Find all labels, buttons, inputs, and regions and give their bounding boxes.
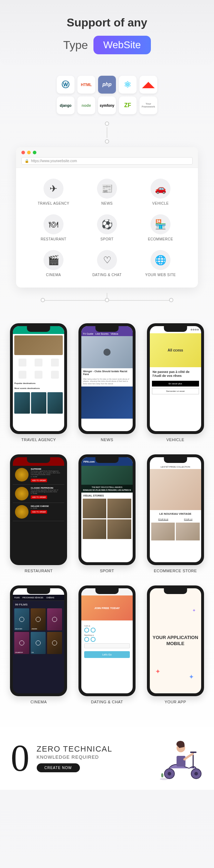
request-button[interactable]: Demander un essai xyxy=(152,388,199,394)
type-label: Type xyxy=(63,39,88,52)
play-icon[interactable] xyxy=(19,640,24,645)
star-icon: ✦ xyxy=(189,673,194,681)
branch-connector xyxy=(43,293,171,311)
create-now-button[interactable]: CREATE NOW xyxy=(37,763,80,772)
ecommerce-icon: 🏪 xyxy=(151,214,170,234)
wordpress-icon: ⓦ xyxy=(57,76,75,94)
category-cinema[interactable]: 🎬CINEMA xyxy=(29,250,78,277)
your-web-site-icon: 🌐 xyxy=(151,250,170,270)
header-title: Support of any xyxy=(11,16,203,29)
maximize-icon[interactable] xyxy=(33,151,36,154)
menu-item: SUPREME Our famous original blend of bee… xyxy=(13,466,64,485)
mockup-dating: JOIN FREE TODAY I am a Seeking a Let's G… xyxy=(77,585,137,704)
mockup-cinema: FILMS PROCHAINES SÉANCES CINÉMAS 99 FILM… xyxy=(9,585,68,704)
category-label: TRAVEL AGENCY xyxy=(38,201,70,205)
category-label: YOUR WEB SITE xyxy=(145,273,176,277)
add-to-order-button[interactable]: ADD TO ORDER xyxy=(31,479,47,482)
mockup-label: NEWS xyxy=(101,438,113,442)
html5-icon: HTML xyxy=(77,76,95,94)
close-icon[interactable] xyxy=(21,151,25,154)
category-ecommerce[interactable]: 🏪ECOMMERCE xyxy=(136,214,185,241)
add-to-order-button[interactable]: ADD TO ORDER xyxy=(31,495,47,499)
item-desc: One of all-time specialties. A meaty lay… xyxy=(31,489,62,493)
vehicle-headline: Ne passez pas à côté de l'Audi de vos rê… xyxy=(150,367,201,379)
url-bar[interactable]: 🔒 https://www.yourwebsite.com xyxy=(21,157,193,165)
poster[interactable] xyxy=(47,632,62,654)
category-label: NEWS xyxy=(101,201,113,205)
poster[interactable]: JEANNE xyxy=(31,608,46,630)
mockup-label: VEHICLE xyxy=(166,438,184,442)
add-to-order-button[interactable]: ADD TO ORDER xyxy=(31,510,47,514)
mockup-restaurant: SUPREME Our famous original blend of bee… xyxy=(9,454,68,573)
svg-point-8 xyxy=(160,778,168,780)
your-framework-icon: Your Framework xyxy=(139,96,157,114)
dating-chat-icon: ♡ xyxy=(97,250,117,270)
poster[interactable]: UN AMOUR xyxy=(14,632,29,654)
cinema-icon: 🎬 xyxy=(44,250,63,270)
category-your-web-site[interactable]: 🌐YOUR WEB SITE xyxy=(136,250,185,277)
news-image[interactable] xyxy=(81,386,133,419)
yourapp-text: YOUR APPLICATION MOBILE xyxy=(150,635,201,647)
symfony-icon: symfony xyxy=(98,96,116,114)
category-news[interactable]: 📰NEWS xyxy=(82,179,132,205)
play-icon[interactable] xyxy=(36,640,41,645)
news-video[interactable] xyxy=(81,336,133,368)
item-price: LL 25,000 xyxy=(31,476,62,478)
play-icon[interactable] xyxy=(52,640,57,645)
travel-hero[interactable] xyxy=(14,335,63,355)
mockups-section: Popular destinations Most scenic destina… xyxy=(0,320,214,727)
sport-hero[interactable]: THE BEST FIFA FOOTBALL AWARDSRONALDO N'A… xyxy=(81,466,133,493)
header-subtitle-row: Type WebSite xyxy=(11,36,203,54)
travel-section-title: Popular destinations xyxy=(13,381,64,386)
category-label: RESTAURANT xyxy=(41,237,66,241)
travel-section-title2: Most scenic destinations xyxy=(13,386,64,391)
node-js-icon: node xyxy=(77,96,95,114)
category-sport[interactable]: ⚽SPORT xyxy=(82,214,132,241)
poster[interactable]: DEUX MOI xyxy=(14,608,29,630)
svg-point-3 xyxy=(194,772,198,775)
category-vehicle[interactable]: 🚗VEHICLE xyxy=(136,179,185,205)
ecom-hero[interactable] xyxy=(150,469,201,510)
news-icon: 📰 xyxy=(97,179,117,199)
travel-nav xyxy=(13,356,64,369)
mockup-label: CINEMA xyxy=(30,700,47,704)
footer-section: 0 ZERO TECHNICAL KNOWLEDGE REQUIRED CREA… xyxy=(0,727,214,790)
mockup-label: YOUR APP xyxy=(165,700,186,704)
minimize-icon[interactable] xyxy=(27,151,31,154)
zend-icon: ZF xyxy=(119,96,137,114)
category-restaurant[interactable]: 🍽RESTAURANT xyxy=(29,214,78,241)
category-label: SPORT xyxy=(101,237,114,241)
category-travel-agency[interactable]: ✈TRAVEL AGENCY xyxy=(29,179,78,205)
country-select[interactable] xyxy=(84,643,130,648)
play-icon[interactable] xyxy=(19,617,24,622)
zero-numeral: 0 xyxy=(11,742,30,775)
mockup-label: DATING & CHAT xyxy=(91,700,123,704)
category-label: ECOMMERCE xyxy=(148,237,173,241)
lets-go-button[interactable]: Let's Go xyxy=(84,651,130,658)
news-headline[interactable]: Wenger - Clubs Should Isolate Racist Fan… xyxy=(81,368,133,378)
star-icon: ✦ xyxy=(155,668,160,675)
php-icon: php xyxy=(98,76,116,94)
ecom-tagline: LE NOUVEAU VINTAGE xyxy=(150,510,201,518)
poster[interactable]: CA xyxy=(31,632,46,654)
browser-chrome: 🔒 https://www.yourwebsite.com xyxy=(16,147,198,168)
svg-rect-4 xyxy=(177,756,185,767)
menu-item: DELUXE CHEESE LL 25,000 ADD TO ORDER xyxy=(13,503,64,521)
category-dating-chat[interactable]: ♡DATING & CHAT xyxy=(82,250,132,277)
play-icon[interactable] xyxy=(52,617,57,622)
cinema-tabs: FILMS PROCHAINES SÉANCES CINÉMAS xyxy=(13,595,64,601)
learn-more-button[interactable]: En savoir plus xyxy=(152,381,199,386)
website-badge: WebSite xyxy=(93,36,151,54)
category-label: CINEMA xyxy=(46,273,61,277)
play-icon[interactable] xyxy=(36,617,41,622)
vehicle-hero: All ccess xyxy=(150,333,201,367)
poster[interactable] xyxy=(47,608,62,630)
restaurant-icon: 🍽 xyxy=(44,214,63,234)
radio-man[interactable] xyxy=(84,628,89,633)
category-label: VEHICLE xyxy=(152,201,169,205)
play-icon[interactable] xyxy=(103,349,111,356)
laravel-icon: ◢◣ xyxy=(139,76,157,94)
mockup-row-2: SUPREME Our famous original blend of bee… xyxy=(9,454,205,573)
radio-woman[interactable] xyxy=(91,628,96,633)
mockup-label: TRAVEL AGENCY xyxy=(21,438,56,442)
